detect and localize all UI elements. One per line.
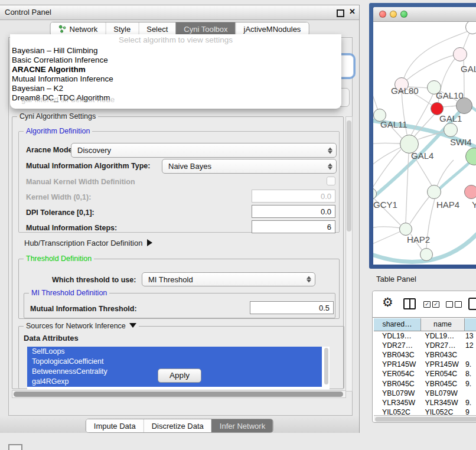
new-table-icon[interactable] — [468, 298, 476, 310]
control-panel-titlebar: Control Panel ✕ — [0, 5, 359, 20]
network-node[interactable] — [427, 185, 441, 199]
network-node-label: HAP2 — [407, 234, 430, 244]
network-view-window: GAL GAL80 GAL10 GAL1 GAL11 GAL4 — [369, 3, 476, 269]
network-node[interactable] — [464, 185, 476, 199]
mi-algorithm-type-combobox[interactable]: Naive Bayes — [162, 159, 337, 174]
deselect-all-checkbox-icon[interactable] — [455, 301, 462, 308]
table-row[interactable]: YER054C YER054C 8. — [374, 369, 476, 379]
dropdown-item[interactable]: ARACNE Algorithm — [10, 65, 341, 74]
threshold-definition-title: Threshold Definition — [24, 255, 94, 263]
mi-threshold-field[interactable]: 0.5 — [250, 301, 334, 314]
table-row[interactable]: YBR043C YBR043C — [374, 350, 476, 360]
table-horizontal-scrollbar[interactable] — [374, 415, 476, 422]
network-node-label: HAP4 — [436, 200, 459, 210]
mi-steps-label: Mutual Information Steps: — [26, 224, 117, 232]
tab-infer-network[interactable]: Infer Network — [211, 419, 273, 432]
gear-icon[interactable]: ⚙ — [382, 295, 393, 309]
dropdown-prompt: Select algorithm to view settings — [10, 34, 341, 46]
network-node-label: GAL4 — [411, 151, 433, 161]
list-scrollbar-thumb[interactable] — [324, 348, 328, 384]
table-toolbar: ⚙ ✓ ✓ — [373, 291, 476, 318]
manual-kernel-checkbox[interactable] — [327, 177, 335, 185]
threshold-definition-group: Threshold Definition Which threshold to … — [18, 259, 340, 319]
which-threshold-combobox[interactable]: MI Threshold — [142, 272, 315, 286]
tab-jactivemnodules[interactable]: jActiveMNodules — [236, 22, 309, 35]
network-window-titlebar — [373, 7, 476, 22]
deselect-all-checkbox-icon[interactable] — [446, 301, 453, 308]
tab-label: Network — [70, 25, 98, 34]
table-row[interactable]: YIL052C YIL052C 9 — [374, 407, 476, 415]
tab-select[interactable]: Select — [138, 22, 175, 35]
table-panel: ⚙ ✓ ✓ shared… name YDL19… YDL19… 13 — [372, 291, 476, 423]
control-panel-window: Control Panel ✕ Network Style Select — [0, 5, 360, 433]
collapse-arrow-icon[interactable] — [129, 323, 136, 328]
kernel-width-label: Kernel Width (0,1): — [26, 193, 91, 201]
float-panel-icon[interactable] — [337, 9, 344, 17]
stepper-arrows-icon — [328, 147, 332, 154]
tab-network[interactable]: Network — [51, 22, 106, 35]
apply-button[interactable]: Apply — [158, 369, 201, 383]
scrollbar-thumb[interactable] — [375, 417, 476, 422]
screen: Control Panel ✕ Network Style Select — [0, 0, 476, 450]
settings-vertical-scrollbar[interactable] — [345, 116, 353, 392]
expand-arrow-icon[interactable] — [147, 239, 152, 246]
table-panel-title: Table Panel — [376, 275, 416, 283]
sources-group-title: Sources for Network Inference — [24, 322, 139, 330]
attribute-list-item[interactable]: SelfLoops — [27, 347, 322, 357]
network-node-label: GAL1 — [439, 113, 462, 123]
select-all-checkbox-icon[interactable]: ✓ — [432, 301, 439, 308]
mi-threshold-definition-title: MI Threshold Definition — [29, 289, 109, 297]
table-row[interactable]: YDR27… YDR27… 12 — [374, 341, 476, 350]
mi-threshold-definition-group: MI Threshold Definition Mutual Informati… — [24, 293, 335, 318]
network-node[interactable] — [420, 248, 433, 261]
table-row[interactable]: YLR345W YLR345W 9. — [374, 398, 476, 407]
scrollbar-thumb[interactable] — [347, 120, 351, 231]
select-all-checkbox-icon[interactable]: ✓ — [423, 301, 431, 308]
table-row[interactable]: YDL19… YDL19… 13 — [374, 331, 476, 341]
dropdown-item[interactable]: Bayesian – K2 — [10, 84, 341, 93]
tab-impute-data[interactable]: Impute Data — [86, 419, 144, 432]
network-canvas[interactable]: GAL GAL80 GAL10 GAL1 GAL11 GAL4 — [373, 22, 476, 265]
scrollbar-thumb[interactable] — [14, 392, 343, 397]
mi-steps-field[interactable]: 6 — [252, 220, 335, 233]
table-header-row: shared… name — [374, 318, 476, 331]
data-attributes-list[interactable]: SelfLoops TopologicalCoefficient Between… — [27, 347, 330, 389]
dropdown-item[interactable]: Mutual Information Inference — [10, 74, 341, 84]
network-node[interactable] — [399, 223, 412, 236]
column-header-shared-name[interactable]: shared… — [374, 318, 421, 331]
network-node[interactable] — [453, 47, 467, 61]
hub-tf-definition-row[interactable]: Hub/Transcription Factor Definition — [24, 239, 152, 247]
aracne-mode-combobox[interactable]: Discovery — [71, 143, 337, 158]
minimized-panel-icon[interactable] — [8, 444, 22, 450]
table-row[interactable]: YBR045C YBR045C 9. — [374, 379, 476, 388]
tab-cyni-toolbox[interactable]: Cyni Toolbox — [175, 22, 235, 35]
attribute-list-item[interactable]: TopologicalCoefficient — [27, 357, 322, 367]
kernel-width-field[interactable]: 0.0 — [252, 190, 335, 203]
column-header-name[interactable]: name — [421, 318, 465, 331]
data-attributes-label: Data Attributes — [24, 334, 79, 343]
dropdown-item[interactable]: Basic Correlation Inference — [10, 56, 341, 65]
close-traffic-light-icon[interactable] — [379, 11, 386, 18]
zoom-traffic-light-icon[interactable] — [400, 11, 407, 18]
aracne-mode-label: Aracne Mode: — [26, 146, 75, 154]
network-node-label: GAL10 — [436, 90, 464, 100]
which-threshold-label: Which threshold to use: — [52, 276, 136, 284]
network-node[interactable] — [444, 123, 458, 137]
minimize-traffic-light-icon[interactable] — [390, 11, 397, 18]
manual-kernel-label: Manual Kernel Width Definition — [26, 178, 135, 186]
dropdown-item[interactable]: Bayesian – Hill Climbing — [10, 46, 341, 56]
table-row[interactable]: YBL079W YBL079W — [374, 389, 476, 398]
close-icon[interactable]: ✕ — [349, 8, 356, 16]
dpi-tolerance-field[interactable]: 0.0 — [252, 205, 335, 218]
tab-discretize-data[interactable]: Discretize Data — [144, 419, 211, 432]
tab-style[interactable]: Style — [105, 22, 138, 35]
column-header-clipped[interactable] — [465, 318, 476, 331]
dpi-tolerance-label: DPI Tolerance [0,1]: — [26, 208, 94, 217]
split-columns-icon[interactable] — [403, 298, 416, 309]
mi-algorithm-type-label: Mutual Information Algorithm Type: — [26, 162, 150, 170]
table-row[interactable]: YPR145W YPR145W 9. — [374, 360, 476, 369]
underlay-combo-text: gal-filtered sif default node — [21, 95, 115, 104]
network-node-label: SWI4 — [450, 137, 472, 147]
mi-threshold-label: Mutual Information Threshold: — [30, 305, 137, 313]
settings-horizontal-scrollbar[interactable] — [12, 390, 346, 398]
